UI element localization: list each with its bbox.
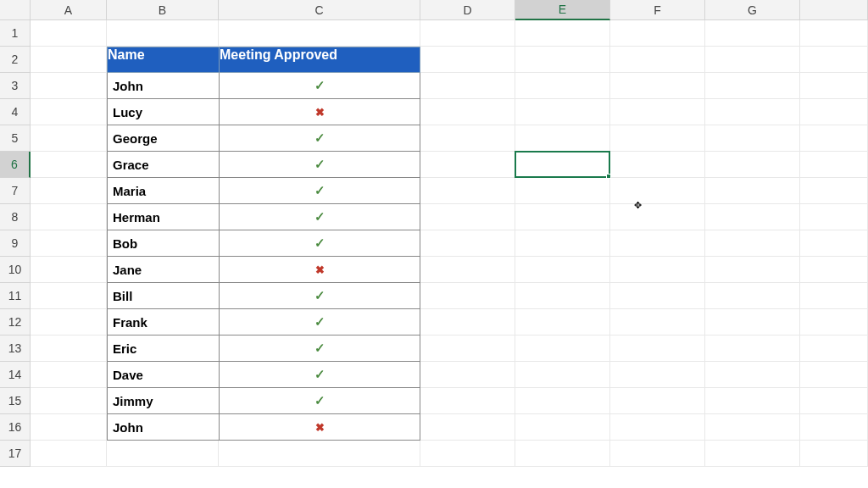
cell-D16[interactable] (420, 414, 515, 441)
cell-A15[interactable] (31, 388, 107, 414)
cell-F15[interactable] (610, 388, 705, 414)
cell-name-0[interactable]: John (107, 73, 219, 99)
cell-approved-11[interactable]: ✓ (219, 362, 420, 388)
cell-name-4[interactable]: Maria (107, 178, 219, 204)
cell-D17[interactable] (420, 441, 515, 467)
cell-A13[interactable] (31, 336, 107, 362)
select-all-corner[interactable] (0, 0, 31, 20)
cell-A1[interactable] (31, 20, 107, 47)
cell-name-6[interactable]: Bob (107, 230, 219, 257)
cell-end10[interactable] (800, 257, 868, 283)
cell-D8[interactable] (420, 204, 515, 230)
cell-C17[interactable] (219, 441, 420, 467)
cell-F13[interactable] (610, 336, 705, 362)
cell-G12[interactable] (705, 309, 800, 336)
row-header-14[interactable]: 14 (0, 362, 31, 388)
cell-end11[interactable] (800, 283, 868, 309)
cell-end13[interactable] (800, 336, 868, 362)
cell-E9[interactable] (515, 230, 610, 257)
cell-name-9[interactable]: Frank (107, 309, 219, 336)
cell-end14[interactable] (800, 362, 868, 388)
cell-name-5[interactable]: Herman (107, 204, 219, 230)
cell-approved-1[interactable]: ✖ (219, 99, 420, 125)
cell-approved-0[interactable]: ✓ (219, 73, 420, 99)
cell-E8[interactable] (515, 204, 610, 230)
cell-F4[interactable] (610, 99, 705, 125)
cell-A6[interactable] (31, 152, 107, 178)
cell-approved-12[interactable]: ✓ (219, 388, 420, 414)
cell-E6[interactable] (515, 152, 610, 178)
cell-F2[interactable] (610, 47, 705, 73)
cell-E2[interactable] (515, 47, 610, 73)
cell-approved-8[interactable]: ✓ (219, 283, 420, 309)
cell-A10[interactable] (31, 257, 107, 283)
cell-end5[interactable] (800, 125, 868, 152)
cell-approved-6[interactable]: ✓ (219, 230, 420, 257)
cell-E7[interactable] (515, 178, 610, 204)
cell-A14[interactable] (31, 362, 107, 388)
cell-A11[interactable] (31, 283, 107, 309)
col-header-D[interactable]: D (420, 0, 515, 20)
cell-end8[interactable] (800, 204, 868, 230)
row-header-13[interactable]: 13 (0, 336, 31, 362)
cell-E17[interactable] (515, 441, 610, 467)
cell-G13[interactable] (705, 336, 800, 362)
cell-E16[interactable] (515, 414, 610, 441)
cell-A16[interactable] (31, 414, 107, 441)
cell-F6[interactable] (610, 152, 705, 178)
row-header-2[interactable]: 2 (0, 47, 31, 73)
cell-end16[interactable] (800, 414, 868, 441)
cell-F8[interactable] (610, 204, 705, 230)
col-header-F[interactable]: F (610, 0, 705, 20)
cell-name-10[interactable]: Eric (107, 336, 219, 362)
row-header-15[interactable]: 15 (0, 388, 31, 414)
cell-B1[interactable] (107, 20, 219, 47)
cell-end3[interactable] (800, 73, 868, 99)
cell-D15[interactable] (420, 388, 515, 414)
cell-D3[interactable] (420, 73, 515, 99)
cell-F5[interactable] (610, 125, 705, 152)
cell-E13[interactable] (515, 336, 610, 362)
cell-G11[interactable] (705, 283, 800, 309)
cell-end17[interactable] (800, 441, 868, 467)
row-header-17[interactable]: 17 (0, 441, 31, 467)
cell-approved-3[interactable]: ✓ (219, 152, 420, 178)
cell-F14[interactable] (610, 362, 705, 388)
cell-E5[interactable] (515, 125, 610, 152)
col-header-B[interactable]: B (107, 0, 219, 20)
cell-A5[interactable] (31, 125, 107, 152)
cell-G3[interactable] (705, 73, 800, 99)
row-header-16[interactable]: 16 (0, 414, 31, 441)
cell-F12[interactable] (610, 309, 705, 336)
cell-D7[interactable] (420, 178, 515, 204)
row-header-3[interactable]: 3 (0, 73, 31, 99)
cell-E10[interactable] (515, 257, 610, 283)
cell-G16[interactable] (705, 414, 800, 441)
cell-D1[interactable] (420, 20, 515, 47)
row-header-12[interactable]: 12 (0, 309, 31, 336)
cell-A2[interactable] (31, 47, 107, 73)
row-header-5[interactable]: 5 (0, 125, 31, 152)
cell-name-1[interactable]: Lucy (107, 99, 219, 125)
row-header-9[interactable]: 9 (0, 230, 31, 257)
cell-E14[interactable] (515, 362, 610, 388)
cell-end6[interactable] (800, 152, 868, 178)
cell-E12[interactable] (515, 309, 610, 336)
cell-G7[interactable] (705, 178, 800, 204)
cell-D2[interactable] (420, 47, 515, 73)
cell-name-2[interactable]: George (107, 125, 219, 152)
cell-C1[interactable] (219, 20, 420, 47)
cell-E1[interactable] (515, 20, 610, 47)
cell-name-3[interactable]: Grace (107, 152, 219, 178)
cell-D5[interactable] (420, 125, 515, 152)
cell-name-13[interactable]: John (107, 414, 219, 441)
row-header-4[interactable]: 4 (0, 99, 31, 125)
col-header-C[interactable]: C (219, 0, 420, 20)
cell-A9[interactable] (31, 230, 107, 257)
cell-end9[interactable] (800, 230, 868, 257)
row-header-11[interactable]: 11 (0, 283, 31, 309)
cell-A17[interactable] (31, 441, 107, 467)
cell-D14[interactable] (420, 362, 515, 388)
cell-F1[interactable] (610, 20, 705, 47)
cell-name-11[interactable]: Dave (107, 362, 219, 388)
